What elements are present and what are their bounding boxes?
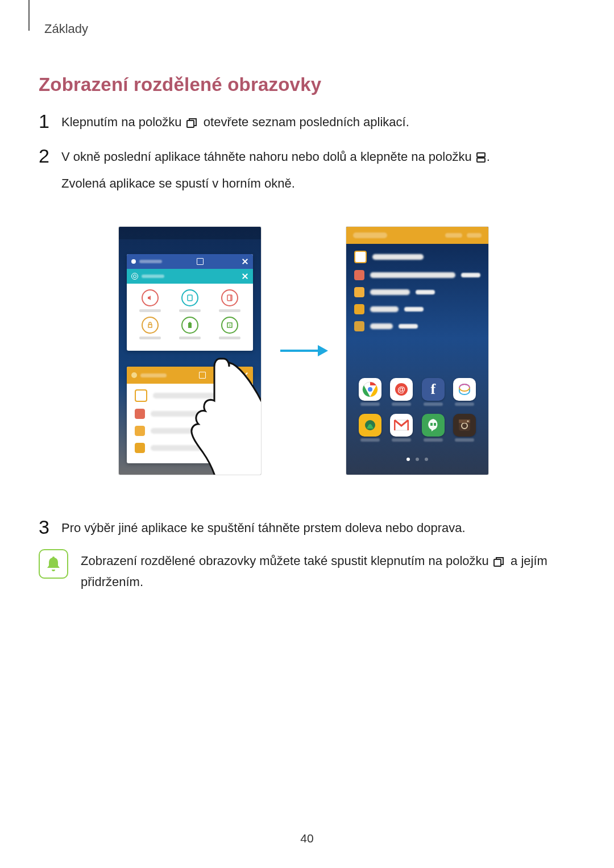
step-body: Pro výběr jiné aplikace ke spuštění táhn… [61,516,466,538]
text: . [487,149,490,164]
images-icon [135,443,145,453]
svg-rect-27 [494,559,501,566]
svg-rect-0 [187,121,194,127]
text: Pro výběr jiné aplikace ke spuštění táhn… [61,521,466,535]
step-1: 1 Klepnutím na položku otevřete seznam p… [39,110,574,134]
battery-icon [181,317,198,334]
download-icon [135,409,145,419]
svg-rect-21 [430,423,433,426]
home-app-grid: @ f [346,378,488,442]
email-app-icon: @ [390,378,413,401]
text: V okně poslední aplikace táhněte nahoru … [61,149,475,164]
images-icon [354,304,364,314]
gmail-app-icon [390,414,413,437]
folder-icon [354,251,367,263]
facebook-app-icon: f [422,378,445,401]
step-body: V okně poslední aplikace táhněte nahoru … [61,145,490,193]
recent-apps-icon [186,114,199,134]
svg-text:?: ? [229,324,231,327]
svg-point-16 [367,387,373,392]
text: otevřete seznam posledních aplikací. [204,115,409,129]
text: Klepnutím na položku [61,115,185,129]
download-icon [354,270,364,280]
close-icon [242,258,248,265]
phone-before: ? [119,227,261,475]
page-indicator [346,458,488,461]
svg-rect-4 [227,295,232,301]
step-body: Klepnutím na položku otevřete seznam pos… [61,110,409,134]
text: Zobrazení rozdělené obrazovky můžete tak… [81,554,492,568]
close-icon [242,273,248,280]
folder-icon [135,389,147,402]
split-screen-illustration: ? [33,206,574,496]
text: Zvolená aplikace se spustí v horním okně… [61,176,295,190]
step-3: 3 Pro výběr jiné aplikace ke spuštění tá… [39,516,574,538]
note-body: Zobrazení rozdělené obrazovky můžete tak… [81,549,574,592]
galaxy-apps-icon [453,378,476,401]
svg-rect-2 [477,158,485,162]
hangouts-app-icon [422,414,445,437]
lock-icon [142,317,159,334]
edge-icon [221,289,238,306]
svg-marker-12 [318,345,328,356]
header-accent-bar [28,0,30,31]
svg-rect-8 [189,322,191,323]
tip-note: Zobrazení rozdělené obrazovky můžete tak… [39,549,574,592]
close-icon [242,372,248,379]
documents-icon [354,287,364,297]
step-number: 1 [39,110,61,134]
recent-apps-icon [493,553,506,572]
audio-icon [354,321,364,331]
chrome-app-icon [359,378,381,401]
sound-icon [142,289,159,306]
phone-after: @ f [346,227,488,475]
section-title: Zobrazení rozdělené obrazovky [39,74,574,95]
arrow-right-icon [278,340,329,361]
svg-point-26 [467,421,469,422]
svg-rect-3 [188,295,192,301]
split-window-icon [476,149,486,168]
step-2: 2 V okně poslední aplikace táhněte nahor… [39,145,574,193]
step-number: 2 [39,145,61,193]
page-number: 40 [0,832,614,845]
svg-rect-6 [148,325,152,327]
gallery-app-icon [359,414,381,437]
step-number: 3 [39,516,61,538]
instagram-app-icon [453,414,476,437]
card-header-myfiles [127,367,253,384]
breadcrumb: Základy [44,22,88,36]
top-app-header [346,227,488,244]
display-icon [181,289,198,306]
documents-icon [135,426,145,436]
svg-text:@: @ [397,385,405,394]
top-app-list [346,244,488,335]
svg-rect-22 [434,423,436,426]
bell-icon [39,549,68,579]
svg-rect-1 [477,153,485,157]
svg-rect-7 [188,323,192,328]
card-header-internet [127,254,253,269]
manual-icon: ? [221,317,238,334]
card-header-settings [127,269,253,284]
